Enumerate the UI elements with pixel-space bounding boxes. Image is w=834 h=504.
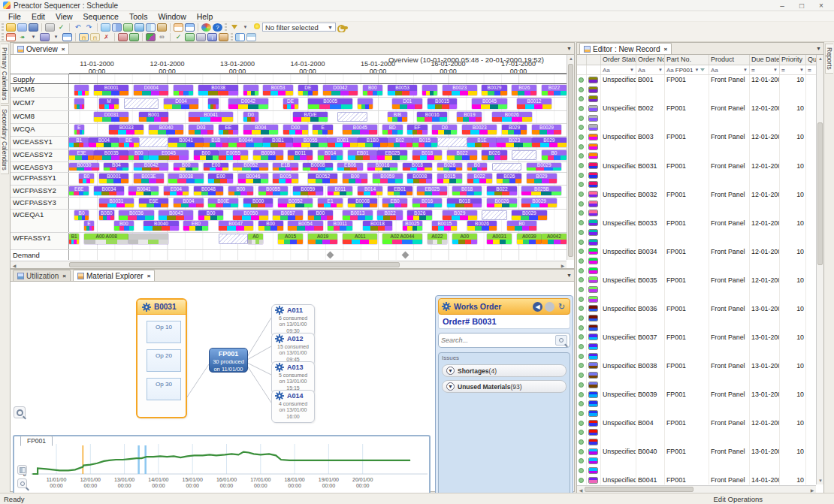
gantt-bar-b0030[interactable]: B0030	[69, 163, 99, 171]
gantt-bar-b0033[interactable]: B0033	[109, 125, 144, 134]
gantt-bar-b0008[interactable]: B0008	[303, 163, 333, 171]
gantt-bar-b0[interactable]: B0	[467, 163, 487, 171]
gantt-bar[interactable]	[512, 150, 536, 160]
close-icon[interactable]: ×	[62, 46, 65, 53]
gantt-bar-b00[interactable]: B00	[228, 186, 253, 195]
gantt-bar-b0016[interactable]: B0016	[367, 163, 397, 171]
gantt-bar-b004[interactable]: B004	[174, 198, 204, 207]
gantt-bar-b0029[interactable]: B0029	[527, 163, 561, 171]
gantt-bar-b0015[interactable]: B0015	[428, 98, 458, 109]
gantt-bar-b00[interactable]: B00	[343, 174, 367, 183]
gantt-bar-b0045[interactable]: B0045	[472, 98, 506, 109]
table-row[interactable]	[577, 342, 816, 352]
table-row[interactable]	[577, 427, 816, 437]
column-filter[interactable]	[587, 65, 601, 74]
gantt-bar-d0031[interactable]: D0031	[94, 112, 128, 122]
gantt-bar-b005[interactable]: B005	[273, 174, 298, 183]
help-icon[interactable]: ?	[213, 23, 222, 32]
gantt-bar-b0040[interactable]: B0040	[144, 221, 178, 231]
table-row[interactable]	[577, 152, 816, 161]
gantt-bar-b0011[interactable]: B0011	[328, 221, 352, 231]
gantt-bar-a019[interactable]: A019	[308, 234, 338, 244]
gantt-bar-bde[interactable]: B/D/E	[293, 112, 328, 122]
gantt-bar-eb01[interactable]: EB01	[388, 186, 412, 195]
chevron-down-icon[interactable]: ▼	[567, 273, 572, 278]
table-row[interactable]	[577, 466, 816, 475]
table-row-b0041[interactable]: UnspecifiedB0041FP001Front Panel14-01-20…	[577, 475, 816, 484]
gantt-bar-b022[interactable]: B022	[542, 85, 567, 95]
column-filter[interactable]: =▼	[806, 65, 816, 74]
gantt-bar-eb01[interactable]: EB01	[348, 150, 378, 160]
gantt-bar-de[interactable]: DE	[298, 85, 318, 95]
gantt-bar-b0041[interactable]: B0041	[128, 186, 159, 195]
gantt-bar-b0041[interactable]: B0041	[168, 137, 203, 147]
unschedule-icon[interactable]	[118, 33, 128, 41]
filter-combobox[interactable]: No filter selected ▼	[262, 23, 336, 32]
gantt-bar[interactable]	[74, 98, 84, 109]
menu-edit[interactable]: Edit	[26, 12, 50, 21]
gantt-bar-b018[interactable]: B018	[412, 150, 443, 160]
gantt-bar-e0045[interactable]: E0045	[149, 150, 189, 160]
gantt-bar-ee[interactable]: EE	[219, 125, 238, 134]
gantt-bar-b018[interactable]: B018	[447, 198, 482, 207]
gantt-bar-m[interactable]: M	[99, 98, 119, 109]
grid-toggle-button[interactable]	[17, 465, 27, 475]
table-row[interactable]	[577, 94, 816, 104]
forward-icon[interactable]	[545, 302, 554, 312]
gantt-bar-b0018[interactable]: B0018	[363, 221, 393, 231]
undo-icon[interactable]: ↶	[73, 23, 83, 32]
gantt-bar-b014[interactable]: B014	[358, 186, 382, 195]
primary-calendars-tab[interactable]: Primary Calendars	[1, 44, 9, 104]
demand-diamond-marker[interactable]	[327, 252, 334, 259]
column-filter[interactable]: Aa▼	[601, 65, 636, 74]
column-header-priority[interactable]: Priority	[780, 55, 806, 65]
menu-view[interactable]: View	[50, 12, 78, 21]
gantt-bar-b026[interactable]: B026	[407, 210, 432, 220]
gantt-bar[interactable]	[437, 137, 467, 147]
table-row[interactable]	[577, 380, 816, 390]
table-row-b003[interactable]: UnspecifiedB003FP001Front Panel12-01-200…	[577, 132, 816, 142]
gantt-bar[interactable]	[208, 98, 218, 109]
gantt-bar-b0047[interactable]: B0047	[219, 221, 253, 231]
table-view-icon[interactable]	[235, 33, 245, 41]
gantt-bar-a00a008[interactable]: A00 A008	[84, 234, 129, 244]
gantt-bar-b018[interactable]: B018	[452, 186, 482, 195]
gantt-bar-b015[interactable]: B015	[412, 137, 437, 147]
chevron-down-icon[interactable]: ▼	[446, 382, 455, 391]
gantt-bar-b0059[interactable]: B0059	[373, 174, 403, 183]
table-row-b001[interactable]: UnspecifiedB001FP001Front Panel12-01-200…	[577, 75, 816, 85]
gantt-bar-b0029[interactable]: B0029	[482, 85, 506, 95]
gantt-bar-b1e[interactable]: B1E	[467, 137, 497, 147]
gantt-bar-d004[interactable]: D004	[164, 98, 198, 109]
gantt-bar[interactable]	[139, 137, 169, 147]
column-header-partno[interactable]: Part No.	[665, 55, 709, 65]
gantt-bar-b0038[interactable]: B0038	[198, 85, 238, 95]
gantt-bar-d0042[interactable]: D0042	[228, 98, 268, 109]
table-row[interactable]	[577, 199, 816, 209]
gantt-bar-b0034[interactable]: B0034	[94, 186, 124, 195]
gantt-bar-b0001[interactable]: B0001	[94, 85, 128, 95]
gantt-bar-b0052[interactable]: B0052	[278, 198, 313, 207]
gantt-bar[interactable]	[482, 210, 506, 220]
column-header-qua[interactable]: Qua	[806, 55, 816, 65]
print-icon[interactable]	[45, 23, 55, 32]
table-row[interactable]	[577, 209, 816, 219]
gantt-bar-b0025[interactable]: B0025	[403, 221, 422, 231]
gantt-bar-b0040[interactable]: B0040	[149, 125, 183, 134]
table-row-b0033[interactable]: UnspecifiedB0033FP001Front Panel12-01-20…	[577, 218, 816, 228]
table-row[interactable]	[577, 180, 816, 190]
table-row[interactable]	[577, 285, 816, 294]
gantt-bar-b029[interactable]: B029	[502, 125, 527, 134]
gantt-bar-b0050[interactable]: B0050	[233, 210, 267, 220]
gantt-bar-b022[interactable]: B022	[467, 174, 492, 183]
gantt-bar[interactable]	[243, 85, 258, 95]
tab-material-explorer[interactable]: Material Explorer ×	[73, 270, 155, 281]
order-node-b0031[interactable]: B0031 Op 10 Op 20 Op 30	[136, 298, 187, 418]
gantt-bar-a011[interactable]: A011	[343, 234, 377, 244]
gantt-bar-eb0[interactable]: EB0	[183, 221, 208, 231]
menu-sequence[interactable]: Sequence	[78, 12, 124, 21]
gantt-bar-b1b0[interactable]: B1B0	[358, 137, 388, 147]
gantt-bar-bb[interactable]: B/B	[388, 112, 407, 122]
table-row[interactable]	[577, 237, 816, 247]
gantt-bar-b029[interactable]: B029	[527, 174, 557, 183]
